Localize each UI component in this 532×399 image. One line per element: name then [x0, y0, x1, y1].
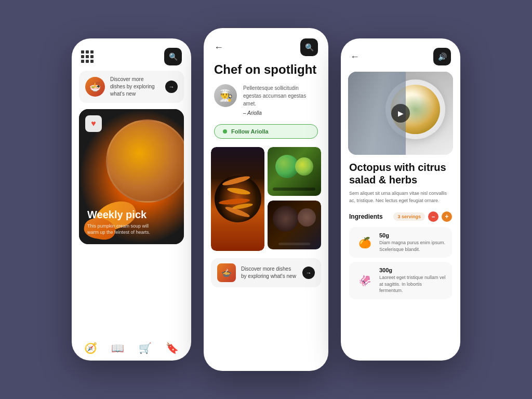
nav-explore[interactable]: 🧭: [84, 342, 97, 354]
phone1-header: 🔍: [72, 38, 191, 71]
ingredients-label: Ingredients: [349, 213, 383, 220]
back-button[interactable]: ←: [214, 42, 223, 53]
nav-cart[interactable]: 🛒: [139, 342, 152, 354]
chef-avatar: 👨‍🍳: [214, 84, 237, 107]
back-button[interactable]: ←: [350, 51, 360, 62]
ingredient-icon-1: 🍊: [355, 233, 374, 252]
ingredient-desc-1: Diam magna purus enim ipsum. Scelerisque…: [379, 240, 446, 252]
chef-profile: 👨‍🍳 Pellentesque sollicitudin egestas ac…: [204, 84, 328, 124]
banner-text: Discover more dishes by exploring what's…: [110, 76, 160, 98]
servings-badge: 3 servings: [393, 212, 425, 221]
servings-control: 3 servings – +: [393, 211, 452, 222]
chef-quote-text: Pellentesque sollicitudin egestas accums…: [243, 84, 318, 108]
follow-button[interactable]: Follow Ariolla: [214, 124, 318, 139]
phone-3: ← 🔊 ▶ Octopus with citrus salad & herbs …: [341, 38, 460, 361]
follow-indicator: [223, 129, 227, 134]
ingredient-amount-2: 300g: [379, 267, 446, 273]
recipe-hero-image: ▶: [348, 72, 453, 155]
ingredient-item-2: 🦑 300g Laoreet eget tristique nullam vel…: [349, 262, 452, 299]
bottom-nav: 🧭 📖 🛒 🔖: [72, 334, 191, 361]
bottom-banner-text: Discover more dishes by exploring what's…: [241, 265, 297, 280]
hero-caption: Weekly pick This pumpkin cream soup will…: [87, 209, 155, 236]
ingredient-info-1: 50g Diam magna purus enim ipsum. Sceleri…: [379, 232, 446, 252]
gallery-item-1[interactable]: [211, 147, 264, 251]
decrease-servings[interactable]: –: [428, 211, 438, 222]
recipe-description: Sem aliquet sit urna aliquam vitae nisl …: [349, 190, 452, 204]
recipe-content: Octopus with citrus salad & herbs Sem al…: [341, 161, 460, 361]
gallery-item-3[interactable]: [268, 201, 321, 251]
ingredient-amount-1: 50g: [379, 232, 446, 238]
favorite-button[interactable]: ♥: [85, 115, 102, 132]
nav-saved[interactable]: 🔖: [166, 342, 179, 354]
weekly-pick-hero: ♥ Weekly pick This pumpkin cream soup wi…: [79, 109, 184, 244]
sound-button[interactable]: 🔊: [433, 48, 451, 65]
phone-1: 🔍 🍜 Discover more dishes by exploring wh…: [72, 38, 191, 361]
bottom-banner-arrow[interactable]: →: [302, 267, 315, 279]
menu-icon[interactable]: [81, 50, 94, 63]
gallery-item-2[interactable]: [268, 147, 321, 197]
hero-title: Weekly pick: [87, 209, 155, 221]
ingredient-icon-2: 🦑: [355, 271, 374, 290]
discover-banner[interactable]: 🍜 Discover more dishes by exploring what…: [79, 71, 184, 103]
play-button[interactable]: ▶: [391, 104, 410, 123]
ingredient-info-2: 300g Laoreet eget tristique nullam vel a…: [379, 267, 446, 294]
banner-arrow[interactable]: →: [165, 81, 178, 93]
search-button[interactable]: 🔍: [300, 38, 318, 56]
phone-2: ← 🔍 Chef on spotlight 👨‍🍳 Pellentesque s…: [204, 28, 328, 371]
ingredients-header: Ingredients 3 servings – +: [349, 211, 452, 222]
hero-description: This pumpkin cream soup will warm up the…: [87, 223, 155, 236]
food-gallery: [211, 147, 321, 251]
search-button[interactable]: 🔍: [164, 48, 182, 65]
chef-spotlight-title: Chef on spotlight: [214, 62, 318, 77]
banner-food-icon: 🍲: [217, 263, 236, 282]
recipe-title: Octopus with citrus salad & herbs: [349, 161, 452, 186]
phone3-header: ← 🔊: [341, 38, 460, 65]
chef-name: – Ariolla: [243, 109, 318, 117]
page-title: Chef on spotlight: [204, 62, 328, 84]
bottom-discover-banner[interactable]: 🍲 Discover more dishes by exploring what…: [211, 258, 321, 287]
banner-avatar: 🍜: [85, 77, 105, 97]
increase-servings[interactable]: +: [442, 211, 452, 222]
nav-recipes[interactable]: 📖: [111, 342, 124, 354]
ingredient-desc-2: Laoreet eget tristique nullam vel at sag…: [379, 274, 446, 294]
ingredient-item-1: 🍊 50g Diam magna purus enim ipsum. Scele…: [349, 227, 452, 258]
chef-quote-block: Pellentesque sollicitudin egestas accums…: [243, 84, 318, 117]
phone2-header: ← 🔍: [204, 28, 328, 62]
soup-bowl: [106, 119, 184, 203]
follow-label: Follow Ariolla: [231, 128, 269, 135]
